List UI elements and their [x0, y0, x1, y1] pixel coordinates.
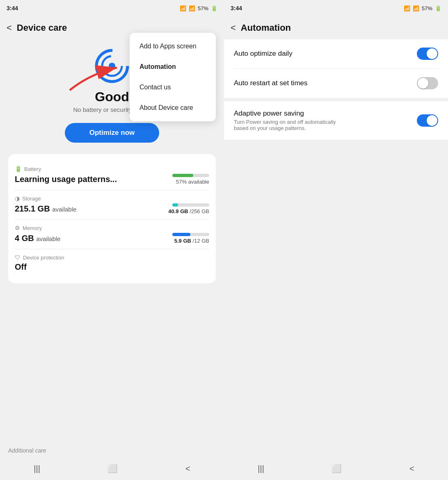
- device-care-logo: [94, 48, 130, 84]
- device-protection-card: 🛡 Device protection Off: [15, 249, 209, 277]
- auto-optimize-knob: [427, 48, 437, 59]
- auto-optimize-label: Auto optimize daily: [234, 50, 293, 58]
- memory-label-icon: ⚙: [15, 225, 20, 231]
- storage-bar-track: [172, 203, 209, 207]
- storage-label-icon: ◑: [15, 195, 20, 202]
- memory-main-text: 4 GB available: [15, 234, 60, 243]
- dropdown-contact-us[interactable]: Contact us: [130, 77, 216, 98]
- dropdown-automation[interactable]: Automation: [130, 57, 216, 77]
- memory-label: ⚙ Memory: [15, 225, 209, 231]
- storage-bar-label: 40.9 GB /256 GB: [168, 208, 209, 214]
- left-battery: 57%: [198, 5, 208, 11]
- device-protection-label: 🛡 Device protection: [15, 254, 209, 261]
- additional-care-label: Additional care: [0, 441, 224, 457]
- memory-bar-track: [172, 233, 209, 236]
- storage-label: ◑ Storage: [15, 195, 209, 202]
- left-panel: 3:44 📶 📶 57% 🔋 < Device care Good No bat…: [0, 0, 224, 480]
- memory-card: ⚙ Memory 4 GB available 5.9 GB /12 GB: [15, 220, 209, 249]
- left-status-icons: 📶 📶 57% 🔋: [180, 5, 217, 11]
- right-status-bar: 3:44 📶 📶 57% 🔋: [224, 0, 448, 16]
- memory-bar-section: 5.9 GB /12 GB: [172, 233, 209, 244]
- battery-bar-section: 57% available: [172, 174, 209, 185]
- left-time: 3:44: [7, 5, 18, 11]
- adaptive-power-text: Adaptive power saving: [234, 109, 349, 118]
- battery-label: 🔋 Battery: [15, 166, 209, 172]
- battery-bar-track: [172, 174, 209, 177]
- left-back-button[interactable]: <: [7, 23, 12, 33]
- left-page-title: Device care: [17, 23, 67, 33]
- right-page-title: Automation: [241, 23, 291, 33]
- right-panel: 3:44 📶 📶 57% 🔋 < Automation Auto optimiz…: [224, 0, 448, 480]
- wifi-icon: 📶: [180, 5, 186, 11]
- storage-bar-fill: [172, 203, 178, 207]
- adaptive-power-row: Adaptive power saving Turn Power saving …: [224, 101, 448, 139]
- device-protection-icon: 🛡: [15, 254, 21, 261]
- right-bottom-nav: ||| ⬜ <: [224, 457, 448, 480]
- auto-optimize-toggle[interactable]: [417, 48, 438, 60]
- good-text: Good: [95, 89, 129, 105]
- left-status-bar: 3:44 📶 📶 57% 🔋: [0, 0, 224, 16]
- adaptive-power-toggle[interactable]: [417, 114, 438, 127]
- automation-content: Auto optimize daily Auto restart at set …: [224, 39, 448, 457]
- battery-main-row: Learning usage patterns... 57% available: [15, 174, 209, 185]
- adaptive-power-knob: [427, 115, 437, 126]
- device-protection-status: Off: [15, 262, 27, 272]
- auto-restart-toggle[interactable]: [417, 77, 438, 89]
- left-nav-home-icon[interactable]: ⬜: [107, 464, 118, 473]
- battery-card: 🔋 Battery Learning usage patterns... 57%…: [15, 161, 209, 190]
- auto-restart-label: Auto restart at set times: [234, 79, 308, 87]
- battery-main-text: Learning usage patterns...: [15, 175, 117, 184]
- right-battery-icon: 🔋: [435, 5, 441, 11]
- right-battery: 57%: [422, 5, 432, 11]
- right-status-icons: 📶 📶 57% 🔋: [404, 5, 441, 11]
- storage-card: ◑ Storage 215.1 GB available 40.9 GB /25…: [15, 190, 209, 220]
- adaptive-power-sublabel: Turn Power saving on and off automatical…: [234, 119, 349, 131]
- cards-container: 🔋 Battery Learning usage patterns... 57%…: [8, 154, 216, 283]
- memory-bar-label: 5.9 GB /12 GB: [174, 238, 209, 244]
- right-back-button[interactable]: <: [231, 23, 236, 33]
- right-nav-back-icon[interactable]: <: [409, 464, 414, 473]
- right-nav-menu-icon[interactable]: |||: [258, 464, 264, 473]
- right-signal-icon: 📶: [413, 5, 419, 11]
- storage-main-text: 215.1 GB available: [15, 204, 76, 214]
- right-wifi-icon: 📶: [404, 5, 410, 11]
- auto-optimize-row: Auto optimize daily: [224, 39, 448, 68]
- right-nav-home-icon[interactable]: ⬜: [331, 464, 342, 473]
- auto-optimize-text: Auto optimize daily: [234, 50, 293, 58]
- adaptive-power-label-group: Adaptive power saving Turn Power saving …: [234, 109, 349, 131]
- right-top-bar: < Automation: [224, 16, 448, 39]
- svg-point-2: [109, 63, 115, 69]
- battery-icon: 🔋: [211, 5, 217, 11]
- settings-group-2: Adaptive power saving Turn Power saving …: [224, 101, 448, 140]
- storage-main-row: 215.1 GB available 40.9 GB /256 GB: [15, 203, 209, 214]
- dropdown-add-apps[interactable]: Add to Apps screen: [130, 36, 216, 57]
- storage-bar-section: 40.9 GB /256 GB: [168, 203, 209, 214]
- left-nav-menu-icon[interactable]: |||: [34, 464, 40, 473]
- memory-main-row: 4 GB available 5.9 GB /12 GB: [15, 233, 209, 244]
- left-nav-back-icon[interactable]: <: [185, 464, 190, 473]
- auto-restart-knob: [418, 78, 428, 89]
- battery-bar-fill: [172, 174, 193, 177]
- signal-icon: 📶: [189, 5, 195, 11]
- settings-group-1: Auto optimize daily Auto restart at set …: [224, 39, 448, 98]
- optimize-now-button[interactable]: Optimize now: [65, 123, 160, 143]
- left-bottom-nav: ||| ⬜ <: [0, 457, 224, 480]
- dropdown-about[interactable]: About Device care: [130, 98, 216, 118]
- auto-restart-row: Auto restart at set times: [224, 69, 448, 98]
- device-protection-main-row: Off: [15, 262, 209, 272]
- battery-bar-label: 57% available: [176, 179, 209, 185]
- dropdown-menu: Add to Apps screen Automation Contact us…: [130, 33, 216, 121]
- auto-restart-text: Auto restart at set times: [234, 79, 308, 87]
- right-time: 3:44: [231, 5, 242, 11]
- battery-label-icon: 🔋: [15, 166, 22, 172]
- memory-bar-fill: [172, 233, 190, 236]
